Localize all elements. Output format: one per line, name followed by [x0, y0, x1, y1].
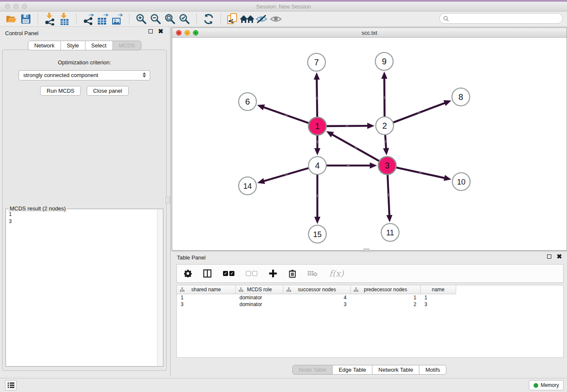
tab-select[interactable]: Select [85, 41, 113, 50]
open-session-icon[interactable] [4, 12, 19, 26]
mcds-panel: Optimization criterion: strongly connect… [2, 50, 167, 371]
toolbar-separator [76, 14, 77, 25]
graph-node-label: 15 [313, 230, 322, 239]
titlebar: Session: New Session [0, 2, 567, 11]
zoom-in-icon[interactable] [134, 12, 149, 26]
close-window-icon[interactable] [5, 4, 10, 9]
graph-node-label: 7 [314, 58, 319, 67]
arrowhead-icon [314, 148, 320, 155]
result-scrollbar[interactable] [157, 210, 162, 366]
list-icon [8, 382, 14, 388]
tab-style[interactable]: Style [61, 41, 85, 50]
select-all-icon[interactable]: ✓✓ [223, 271, 234, 276]
network-window-title: scc.txt [172, 28, 567, 38]
graph-node-label: 4 [315, 161, 319, 170]
table-row[interactable]: 1dominator411 [177, 294, 563, 301]
arrowhead-icon [386, 215, 392, 222]
table-cell[interactable]: 3 [284, 301, 351, 308]
run-mcds-button[interactable]: Run MCDS [40, 86, 81, 96]
minimize-window-icon[interactable] [14, 4, 19, 9]
memory-label: Memory [541, 382, 559, 388]
column-header-name[interactable]: name [421, 285, 456, 294]
network-window-titlebar[interactable]: × − + scc.txt [172, 28, 567, 38]
gear-icon[interactable] [184, 270, 192, 277]
column-header-MCDS-role[interactable]: MCDS role [236, 285, 284, 294]
deselect-all-icon[interactable] [246, 271, 257, 276]
window-traffic-lights[interactable] [5, 4, 27, 9]
zoom-window-icon[interactable] [22, 4, 27, 9]
home-icon[interactable] [240, 12, 254, 26]
tab-motifs[interactable]: Motifs [419, 365, 446, 375]
export-network-icon[interactable] [81, 12, 96, 26]
memory-status-icon [534, 383, 538, 388]
hide-selected-icon[interactable] [254, 12, 269, 26]
hierarchy-icon [239, 287, 243, 292]
zoom-selected-icon[interactable] [177, 12, 192, 26]
maximize-network-icon[interactable]: + [193, 30, 198, 36]
refresh-icon[interactable] [201, 12, 216, 26]
table-cell[interactable]: dominator [236, 301, 284, 308]
optimization-dropdown[interactable]: strongly connected component [19, 70, 150, 80]
column-header-shared-name[interactable]: shared name [177, 285, 236, 294]
table-cell[interactable]: 3 [421, 301, 456, 308]
table-cell[interactable]: dominator [236, 294, 284, 301]
save-session-icon[interactable] [19, 12, 33, 26]
toolbar-separator [38, 14, 38, 25]
import-network-icon[interactable] [43, 12, 57, 26]
tab-network-table[interactable]: Network Table [372, 365, 419, 375]
hierarchy-icon [286, 287, 291, 292]
arrowhead-icon [257, 105, 265, 110]
graph-node-label: 9 [382, 57, 386, 66]
table-panel-title: Table Panel [177, 254, 206, 261]
zoom-out-icon[interactable] [149, 12, 163, 26]
network-canvas[interactable]: 7968124314101511 [172, 38, 567, 250]
split-panel-icon[interactable] [203, 269, 212, 278]
table-cell[interactable]: 4 [284, 294, 351, 301]
delete-table-icon [308, 270, 318, 277]
export-table-icon[interactable] [96, 12, 110, 26]
column-header-successor-nodes[interactable]: successor nodes [284, 285, 351, 294]
zoom-fit-icon[interactable] [163, 12, 177, 26]
table-cell[interactable]: 1 [177, 294, 236, 301]
close-network-icon[interactable]: × [176, 30, 182, 36]
add-column-icon[interactable] [269, 269, 277, 278]
search-field[interactable] [439, 13, 563, 24]
graph-node-label: 11 [386, 229, 394, 237]
table-row[interactable]: 3dominator323 [177, 301, 563, 308]
table-cell[interactable]: 3 [177, 301, 236, 308]
control-panel-title: Control Panel [5, 30, 39, 36]
window-title: Session: New Session [0, 2, 567, 11]
vertical-splitter-handle[interactable] [165, 196, 170, 204]
minimize-network-icon[interactable]: − [184, 30, 190, 36]
close-panel-button[interactable]: Close panel [87, 86, 129, 96]
import-table-icon[interactable] [57, 12, 72, 26]
main-toolbar [0, 12, 567, 27]
tab-edge-table[interactable]: Edge Table [332, 365, 372, 375]
table-tabs: Node TableEdge TableNetwork TableMotifs [172, 365, 567, 375]
tab-network[interactable]: Network [28, 41, 61, 50]
edge-handle [317, 141, 318, 144]
export-image-icon[interactable] [110, 12, 124, 26]
chevron-updown-icon [143, 72, 146, 77]
memory-button[interactable]: Memory [529, 380, 564, 390]
show-all-icon[interactable] [269, 12, 283, 26]
table-cell[interactable]: 1 [351, 294, 421, 301]
table-cell[interactable]: 1 [421, 294, 456, 301]
edge-handle [317, 194, 318, 197]
clone-network-icon[interactable] [226, 12, 240, 26]
float-table-panel-icon[interactable] [547, 254, 551, 259]
vertical-splitter[interactable] [170, 27, 171, 376]
float-panel-icon[interactable] [149, 29, 153, 33]
table-cell[interactable]: 2 [351, 301, 421, 308]
tab-node-table[interactable]: Node Table [292, 365, 333, 375]
tab-mcds[interactable]: MCDS [113, 41, 141, 50]
edge-handle [384, 96, 385, 99]
delete-column-icon[interactable] [289, 269, 296, 278]
search-input[interactable] [449, 15, 562, 22]
mcds-result-box: MCDS result (2 nodes) 1 3 [6, 209, 163, 367]
close-panel-icon[interactable]: ✖ [158, 29, 163, 33]
close-table-panel-icon[interactable]: ✖ [556, 254, 562, 259]
task-history-button[interactable] [5, 380, 17, 390]
column-header-predecessor-nodes[interactable]: predecessor nodes [351, 285, 421, 294]
horizontal-splitter-handle[interactable] [363, 248, 369, 252]
